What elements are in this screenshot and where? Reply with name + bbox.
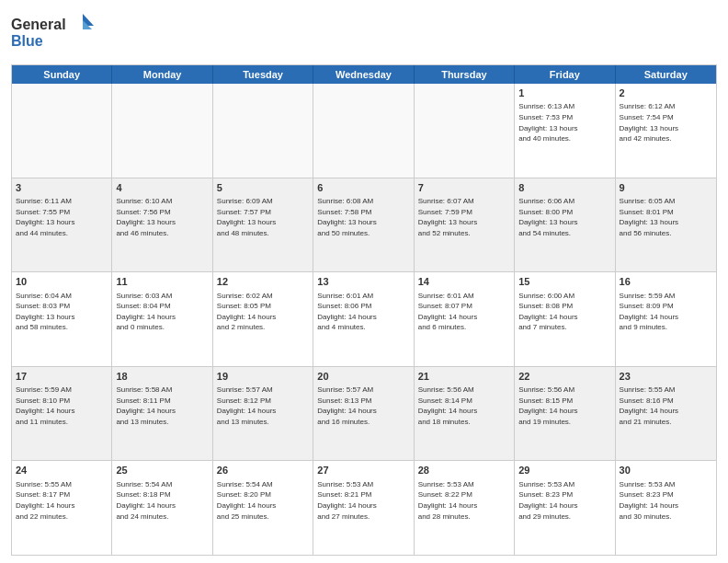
calendar-cell: 2Sunrise: 6:12 AM Sunset: 7:54 PM Daylig… — [616, 84, 716, 178]
calendar-cell: 1Sunrise: 6:13 AM Sunset: 7:53 PM Daylig… — [515, 84, 615, 178]
svg-text:Blue: Blue — [11, 33, 43, 49]
logo-svg: General Blue — [11, 9, 94, 55]
day-info: Sunrise: 6:11 AM Sunset: 7:55 PM Dayligh… — [16, 196, 108, 238]
day-info: Sunrise: 6:00 AM Sunset: 8:08 PM Dayligh… — [518, 291, 610, 333]
day-number: 26 — [217, 464, 309, 477]
calendar-cell: 26Sunrise: 5:54 AM Sunset: 8:20 PM Dayli… — [213, 461, 313, 555]
day-number: 16 — [620, 275, 712, 289]
header-day-sunday: Sunday — [12, 65, 112, 84]
calendar-cell: 11Sunrise: 6:03 AM Sunset: 8:04 PM Dayli… — [112, 272, 212, 366]
day-info: Sunrise: 5:56 AM Sunset: 8:15 PM Dayligh… — [518, 385, 610, 427]
day-info: Sunrise: 5:53 AM Sunset: 8:21 PM Dayligh… — [317, 479, 409, 522]
calendar-body: 1Sunrise: 6:13 AM Sunset: 7:53 PM Daylig… — [12, 84, 716, 555]
day-info: Sunrise: 5:55 AM Sunset: 8:17 PM Dayligh… — [16, 479, 108, 522]
calendar-cell — [213, 84, 313, 178]
day-info: Sunrise: 6:04 AM Sunset: 8:03 PM Dayligh… — [16, 291, 108, 333]
day-number: 6 — [317, 181, 409, 195]
day-info: Sunrise: 6:02 AM Sunset: 8:05 PM Dayligh… — [217, 291, 309, 333]
day-number: 12 — [217, 275, 309, 289]
calendar-cell: 28Sunrise: 5:53 AM Sunset: 8:22 PM Dayli… — [415, 461, 515, 555]
calendar-row-2: 3Sunrise: 6:11 AM Sunset: 7:55 PM Daylig… — [12, 178, 716, 272]
day-number: 28 — [418, 464, 510, 477]
day-number: 2 — [620, 86, 712, 100]
day-number: 9 — [620, 181, 712, 195]
calendar-cell: 23Sunrise: 5:55 AM Sunset: 8:16 PM Dayli… — [616, 367, 716, 461]
calendar-cell: 17Sunrise: 5:59 AM Sunset: 8:10 PM Dayli… — [12, 367, 112, 461]
day-number: 3 — [16, 181, 108, 195]
calendar-row-4: 17Sunrise: 5:59 AM Sunset: 8:10 PM Dayli… — [12, 366, 716, 461]
header-day-saturday: Saturday — [616, 65, 716, 84]
day-number: 7 — [418, 181, 510, 195]
calendar-cell — [313, 84, 414, 178]
calendar-cell — [12, 84, 112, 178]
calendar-cell: 6Sunrise: 6:08 AM Sunset: 7:58 PM Daylig… — [313, 178, 414, 272]
day-info: Sunrise: 5:54 AM Sunset: 8:18 PM Dayligh… — [116, 479, 208, 522]
calendar-cell: 25Sunrise: 5:54 AM Sunset: 8:18 PM Dayli… — [112, 461, 212, 555]
header-day-tuesday: Tuesday — [213, 65, 313, 84]
calendar-cell: 8Sunrise: 6:06 AM Sunset: 8:00 PM Daylig… — [515, 178, 615, 272]
day-info: Sunrise: 5:53 AM Sunset: 8:22 PM Dayligh… — [418, 479, 510, 522]
day-info: Sunrise: 5:53 AM Sunset: 8:23 PM Dayligh… — [518, 479, 610, 522]
day-info: Sunrise: 6:10 AM Sunset: 7:56 PM Dayligh… — [116, 196, 208, 238]
calendar-cell: 3Sunrise: 6:11 AM Sunset: 7:55 PM Daylig… — [12, 178, 112, 272]
calendar-cell: 27Sunrise: 5:53 AM Sunset: 8:21 PM Dayli… — [313, 461, 414, 555]
day-number: 25 — [116, 464, 208, 477]
calendar-cell: 15Sunrise: 6:00 AM Sunset: 8:08 PM Dayli… — [515, 272, 615, 366]
calendar-cell: 24Sunrise: 5:55 AM Sunset: 8:17 PM Dayli… — [12, 461, 112, 555]
calendar-cell: 18Sunrise: 5:58 AM Sunset: 8:11 PM Dayli… — [112, 367, 212, 461]
day-number: 21 — [418, 370, 510, 384]
day-info: Sunrise: 6:09 AM Sunset: 7:57 PM Dayligh… — [217, 196, 309, 238]
calendar: SundayMondayTuesdayWednesdayThursdayFrid… — [11, 64, 717, 556]
calendar-cell: 14Sunrise: 6:01 AM Sunset: 8:07 PM Dayli… — [415, 272, 515, 366]
calendar-cell: 21Sunrise: 5:56 AM Sunset: 8:14 PM Dayli… — [415, 367, 515, 461]
calendar-cell: 10Sunrise: 6:04 AM Sunset: 8:03 PM Dayli… — [12, 272, 112, 366]
calendar-row-1: 1Sunrise: 6:13 AM Sunset: 7:53 PM Daylig… — [12, 84, 716, 178]
calendar-cell: 30Sunrise: 5:53 AM Sunset: 8:23 PM Dayli… — [616, 461, 716, 555]
day-info: Sunrise: 6:01 AM Sunset: 8:07 PM Dayligh… — [418, 291, 510, 333]
header-day-wednesday: Wednesday — [313, 65, 414, 84]
header-day-thursday: Thursday — [415, 65, 515, 84]
calendar-cell: 19Sunrise: 5:57 AM Sunset: 8:12 PM Dayli… — [213, 367, 313, 461]
day-number: 4 — [116, 181, 208, 195]
day-info: Sunrise: 5:59 AM Sunset: 8:10 PM Dayligh… — [16, 385, 108, 427]
day-info: Sunrise: 6:12 AM Sunset: 7:54 PM Dayligh… — [620, 101, 712, 144]
calendar-row-3: 10Sunrise: 6:04 AM Sunset: 8:03 PM Dayli… — [12, 271, 716, 366]
day-info: Sunrise: 6:03 AM Sunset: 8:04 PM Dayligh… — [116, 291, 208, 333]
calendar-header: SundayMondayTuesdayWednesdayThursdayFrid… — [12, 65, 716, 84]
day-info: Sunrise: 5:57 AM Sunset: 8:13 PM Dayligh… — [317, 385, 409, 427]
calendar-cell: 22Sunrise: 5:56 AM Sunset: 8:15 PM Dayli… — [515, 367, 615, 461]
logo-area: General Blue — [11, 9, 94, 59]
day-number: 18 — [116, 370, 208, 384]
header-day-friday: Friday — [515, 65, 615, 84]
day-info: Sunrise: 5:58 AM Sunset: 8:11 PM Dayligh… — [116, 385, 208, 427]
day-info: Sunrise: 6:08 AM Sunset: 7:58 PM Dayligh… — [317, 196, 409, 238]
calendar-cell: 4Sunrise: 6:10 AM Sunset: 7:56 PM Daylig… — [112, 178, 212, 272]
day-info: Sunrise: 6:07 AM Sunset: 7:59 PM Dayligh… — [418, 196, 510, 238]
calendar-cell: 7Sunrise: 6:07 AM Sunset: 7:59 PM Daylig… — [415, 178, 515, 272]
calendar-cell: 9Sunrise: 6:05 AM Sunset: 8:01 PM Daylig… — [616, 178, 716, 272]
calendar-cell: 16Sunrise: 5:59 AM Sunset: 8:09 PM Dayli… — [616, 272, 716, 366]
calendar-cell: 29Sunrise: 5:53 AM Sunset: 8:23 PM Dayli… — [515, 461, 615, 555]
day-number: 24 — [16, 464, 108, 477]
day-number: 20 — [317, 370, 409, 384]
day-number: 22 — [518, 370, 610, 384]
calendar-cell — [415, 84, 515, 178]
header: General Blue — [11, 9, 717, 59]
calendar-cell: 13Sunrise: 6:01 AM Sunset: 8:06 PM Dayli… — [313, 272, 414, 366]
calendar-cell: 12Sunrise: 6:02 AM Sunset: 8:05 PM Dayli… — [213, 272, 313, 366]
page: General Blue SundayMondayTuesdayWednesda… — [0, 0, 728, 563]
day-number: 30 — [620, 464, 712, 477]
day-number: 5 — [217, 181, 309, 195]
day-info: Sunrise: 5:53 AM Sunset: 8:23 PM Dayligh… — [620, 479, 712, 522]
day-number: 11 — [116, 275, 208, 289]
day-info: Sunrise: 5:56 AM Sunset: 8:14 PM Dayligh… — [418, 385, 510, 427]
calendar-cell: 5Sunrise: 6:09 AM Sunset: 7:57 PM Daylig… — [213, 178, 313, 272]
day-info: Sunrise: 6:01 AM Sunset: 8:06 PM Dayligh… — [317, 291, 409, 333]
svg-text:General: General — [11, 17, 66, 32]
day-info: Sunrise: 6:06 AM Sunset: 8:00 PM Dayligh… — [518, 196, 610, 238]
header-day-monday: Monday — [112, 65, 212, 84]
day-number: 8 — [518, 181, 610, 195]
day-number: 23 — [620, 370, 712, 384]
day-number: 17 — [16, 370, 108, 384]
day-number: 15 — [518, 275, 610, 289]
